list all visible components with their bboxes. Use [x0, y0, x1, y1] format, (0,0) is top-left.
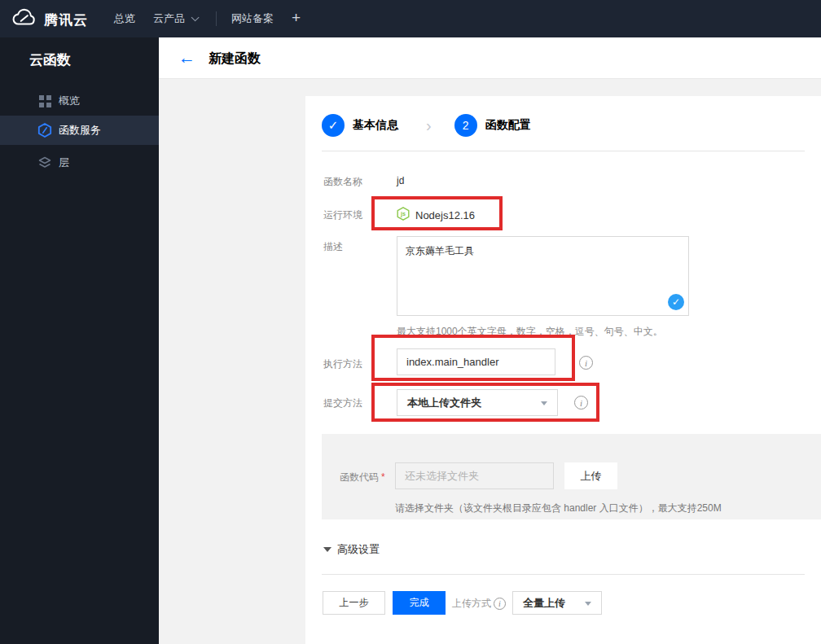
grid-icon	[37, 94, 52, 108]
add-shortcut-icon[interactable]: +	[292, 0, 301, 37]
sidebar-item-overview[interactable]: 概览	[0, 86, 159, 116]
step-separator-icon: ›	[426, 115, 432, 136]
topbar: 腾讯云 总览 云产品 网站备案 +	[0, 0, 821, 37]
sidebar-item-label: 概览	[59, 94, 80, 108]
upload-mode-label: 上传方式	[452, 597, 491, 611]
topnav-divider	[216, 11, 217, 26]
runtime-value: js Nodejs12.16	[397, 207, 475, 224]
collapse-triangle-icon	[323, 547, 331, 552]
handler-input[interactable]	[397, 348, 555, 375]
sidebar-item-layers[interactable]: 层	[0, 148, 159, 177]
caret-down-icon	[585, 602, 591, 606]
layers-icon	[37, 156, 52, 170]
handler-label: 执行方法	[323, 357, 362, 371]
handler-info-icon[interactable]: i	[579, 356, 593, 370]
page-title: 新建函数	[209, 50, 261, 68]
sidebar-item-function-service[interactable]: 函数服务	[0, 116, 159, 145]
sidebar-title: 云函数	[29, 50, 71, 69]
topnav-cloud-products[interactable]: 云产品	[153, 0, 196, 37]
previous-step-button[interactable]: 上一步	[323, 591, 385, 615]
sidebar-item-label: 层	[59, 156, 69, 170]
advanced-settings-label: 高级设置	[337, 542, 380, 557]
svg-text:js: js	[400, 210, 406, 217]
description-label: 描述	[323, 240, 343, 254]
chevron-down-icon	[191, 13, 200, 21]
folder-path-input[interactable]	[395, 462, 554, 489]
function-code-label: 函数代码*	[340, 471, 385, 484]
submit-method-label: 提交方法	[323, 396, 362, 410]
topnav-overview[interactable]: 总览	[114, 0, 135, 37]
required-asterisk: *	[381, 471, 385, 483]
back-arrow-icon[interactable]: ←	[178, 48, 195, 68]
runtime-text: Nodejs12.16	[415, 209, 475, 221]
upload-button[interactable]: 上传	[564, 462, 617, 489]
submit-method-info-icon[interactable]: i	[574, 396, 588, 410]
function-code-section: 函数代码* 上传 请选择文件夹（该文件夹根目录应包含 handler 入口文件）…	[322, 434, 821, 519]
description-textarea[interactable]: 京东薅羊毛工具	[397, 236, 689, 316]
upload-mode: 上传方式 i	[452, 597, 506, 611]
content-header: ← 新建函数	[159, 37, 821, 79]
function-name-label: 函数名称	[323, 175, 362, 189]
function-hexagon-icon	[37, 123, 52, 138]
caret-down-icon	[541, 401, 547, 405]
description-helper-text: 最大支持1000个英文字母，数字，空格，逗号、句号、中文。	[397, 325, 663, 339]
create-function-panel: ✓ 基本信息 › 2 函数配置 函数名称 jd 运行环境 js Nodejs12…	[305, 96, 821, 644]
stepper-divider	[322, 151, 805, 151]
brand-name: 腾讯云	[44, 11, 88, 29]
stepper: ✓ 基本信息 › 2 函数配置	[322, 114, 531, 137]
upload-mode-select[interactable]: 全量上传	[512, 591, 602, 615]
finish-button[interactable]: 完成	[393, 591, 446, 615]
tencent-cloud-logo-icon	[11, 8, 37, 32]
runtime-label: 运行环境	[323, 208, 362, 222]
sidebar: 云函数 概览 函数服务	[0, 37, 159, 644]
step1-label: 基本信息	[353, 118, 398, 133]
function-name-value: jd	[397, 175, 404, 186]
step1-done-icon: ✓	[322, 114, 345, 137]
submit-method-value: 本地上传文件夹	[407, 396, 481, 410]
advanced-settings-toggle[interactable]: 高级设置	[323, 542, 380, 557]
topnav-icp-filing[interactable]: 网站备案	[231, 0, 274, 37]
nodejs-icon: js	[397, 207, 410, 224]
step2-number-badge: 2	[454, 114, 477, 137]
upload-mode-info-icon[interactable]: i	[494, 598, 506, 610]
function-code-helper-text: 请选择文件夹（该文件夹根目录应包含 handler 入口文件），最大支持250M	[395, 502, 722, 515]
step2-label: 函数配置	[485, 118, 531, 133]
upload-mode-value: 全量上传	[523, 596, 565, 611]
tencent-cloud-console: 腾讯云 总览 云产品 网站备案 + 云函数 概览	[0, 0, 821, 644]
brand[interactable]: 腾讯云	[11, 8, 88, 32]
valid-check-icon: ✓	[668, 294, 684, 310]
sidebar-item-label: 函数服务	[59, 123, 101, 138]
footer-divider	[322, 574, 805, 575]
submit-method-select[interactable]: 本地上传文件夹	[397, 389, 558, 416]
